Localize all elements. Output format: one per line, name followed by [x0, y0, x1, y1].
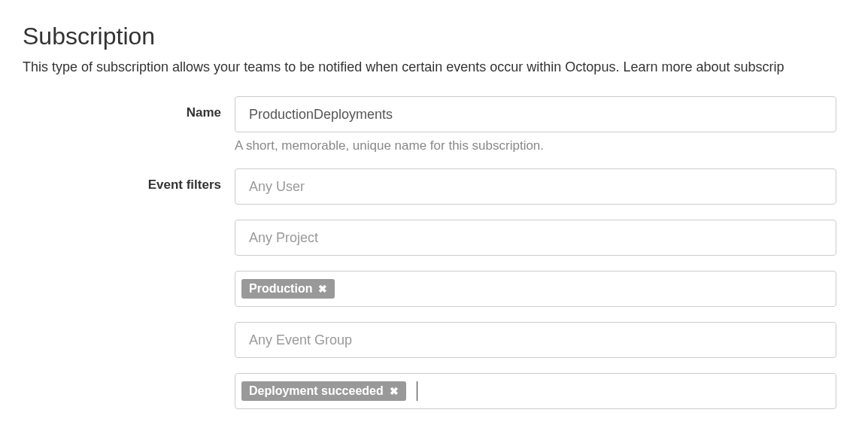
environment-tag-label: Production — [249, 282, 312, 296]
text-cursor — [417, 381, 417, 401]
event-category-tag: Deployment succeeded ✖ — [241, 381, 406, 401]
close-icon[interactable]: ✖ — [390, 385, 399, 397]
project-filter-input[interactable]: Any Project — [235, 220, 836, 256]
environment-tag: Production ✖ — [241, 279, 335, 299]
name-input[interactable] — [235, 96, 836, 132]
page-description: This type of subscription allows your te… — [23, 59, 845, 75]
event-category-filter-input[interactable]: Deployment succeeded ✖ — [235, 373, 836, 409]
project-filter-placeholder: Any Project — [249, 230, 318, 246]
event-filters-label: Event filters — [23, 168, 235, 409]
page-title: Subscription — [23, 23, 845, 50]
name-row: Name A short, memorable, unique name for… — [23, 96, 845, 162]
event-category-tag-label: Deployment succeeded — [249, 384, 384, 398]
close-icon[interactable]: ✖ — [318, 283, 327, 295]
event-filters-row: Event filters Any User Any Project Produ… — [23, 168, 845, 409]
event-group-filter-placeholder: Any Event Group — [249, 332, 352, 348]
name-content: A short, memorable, unique name for this… — [235, 96, 836, 162]
environment-filter-input[interactable]: Production ✖ — [235, 271, 836, 307]
event-filters-content: Any User Any Project Production ✖ Any Ev… — [235, 168, 836, 409]
name-help-text: A short, memorable, unique name for this… — [235, 138, 836, 153]
name-label: Name — [23, 96, 235, 162]
event-group-filter-input[interactable]: Any Event Group — [235, 322, 836, 358]
user-filter-input[interactable]: Any User — [235, 168, 836, 205]
user-filter-placeholder: Any User — [249, 179, 305, 195]
